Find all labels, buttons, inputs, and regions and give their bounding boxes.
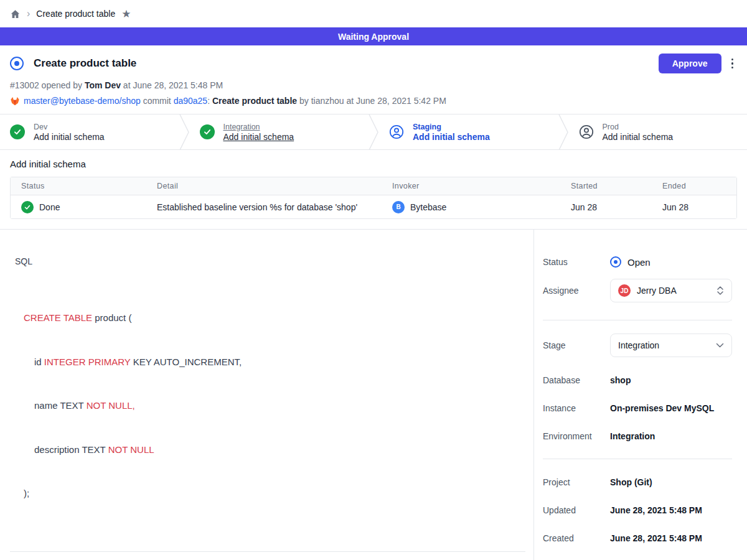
instance-value: On-premises Dev MySQL: [610, 403, 714, 413]
stage-task: Add initial schema: [413, 132, 490, 142]
stage-value: Integration: [618, 340, 710, 350]
stage-name: Dev: [34, 123, 105, 131]
sql-keyword: NOT NULL,: [87, 400, 135, 411]
status-label: Status: [543, 257, 610, 267]
database-value: shop: [610, 375, 631, 385]
sql-text: );: [24, 488, 29, 498]
commit-colon: :: [207, 96, 212, 106]
sql-label: SQL: [15, 256, 524, 266]
updated-value: June 28, 2021 5:48 PM: [610, 505, 702, 515]
stage-done-check-icon: [10, 124, 25, 139]
commit-word: commit: [141, 96, 174, 106]
breadcrumb: › Create product table ★: [0, 0, 747, 27]
issue-title: Create product table: [34, 57, 659, 70]
stage-pending-assignee-icon: [579, 124, 594, 139]
created-label: Created: [543, 533, 610, 543]
assignee-label: Assignee: [543, 286, 610, 296]
status-value: Open: [627, 257, 651, 268]
stage-name: Prod: [603, 123, 674, 131]
assignee-select[interactable]: JD Jerry DBA: [610, 279, 732, 302]
task-done-check-icon: [21, 201, 34, 213]
task-started: Jun 28: [571, 202, 662, 212]
invoker-avatar: B: [392, 201, 405, 213]
issue-meta-prefix: #13002 opened by: [10, 80, 85, 90]
task-invoker: Bytebase: [410, 202, 446, 212]
main-panel: SQL CREATE TABLE product ( id INTEGER PR…: [0, 230, 534, 560]
col-started: Started: [571, 182, 662, 190]
stage-prod[interactable]: Prod Add initial schema: [569, 114, 747, 149]
stage-label: Stage: [543, 340, 610, 350]
environment-label: Environment: [543, 431, 610, 441]
stage-separator: [368, 114, 379, 149]
commit-text: master@bytebase-demo/shop commit da90a25…: [24, 96, 446, 106]
col-detail: Detail: [157, 182, 392, 190]
created-value: June 28, 2021 5:48 PM: [610, 533, 702, 543]
sql-keyword: INTEGER PRIMARY: [44, 357, 131, 367]
sidebar-divider: [543, 320, 732, 320]
task-status: Done: [39, 202, 60, 212]
sql-text: product (: [92, 312, 131, 323]
description-divider: [10, 551, 525, 552]
waiting-approval-banner: Waiting Approval: [0, 27, 747, 45]
more-actions-kebab-icon[interactable]: [728, 56, 738, 72]
environment-value: Integration: [610, 431, 655, 441]
project-label: Project: [543, 477, 610, 487]
sql-text: id: [34, 357, 44, 367]
issue-meta-suffix: at June 28, 2021 5:48 PM: [121, 80, 223, 90]
branch-repo-link[interactable]: master@bytebase-demo/shop: [24, 96, 141, 106]
breadcrumb-chevron-icon: ›: [27, 9, 30, 19]
star-icon[interactable]: ★: [121, 9, 131, 19]
stage-separator: [558, 114, 569, 149]
stage-name: Staging: [413, 123, 490, 131]
stage-select[interactable]: Integration: [610, 334, 732, 357]
issue-author: Tom Dev: [85, 80, 121, 90]
stage-integration[interactable]: Integration Add initial schema: [190, 114, 369, 149]
issue-header: Create product table Approve #13002 open…: [0, 45, 747, 114]
stage-pending-assignee-icon: [389, 124, 404, 139]
stage-name: Integration: [223, 123, 294, 131]
chevron-down-icon: [716, 343, 724, 348]
col-invoker: Invoker: [392, 182, 571, 190]
breadcrumb-title: Create product table: [36, 9, 115, 19]
commit-suffix: by tianzhou at June 28, 2021 5:42 PM: [297, 96, 446, 106]
issue-meta: #13002 opened by Tom Dev at June 28, 202…: [10, 80, 737, 90]
sql-keyword: CREATE TABLE: [24, 312, 92, 323]
task-ended: Jun 28: [662, 202, 736, 212]
sql-text: KEY AUTO_INCREMENT,: [130, 357, 242, 367]
updated-label: Updated: [543, 505, 610, 515]
task-heading: Add initial schema: [10, 159, 737, 169]
status-open-icon: [610, 256, 621, 268]
sql-text: name TEXT: [34, 400, 87, 411]
stage-separator: [179, 114, 190, 149]
updown-chevron-icon: [716, 286, 724, 296]
stage-task: Add initial schema: [223, 132, 294, 142]
table-row[interactable]: Done Established baseline version %s for…: [11, 195, 736, 218]
col-ended: Ended: [662, 182, 736, 190]
col-status: Status: [11, 182, 157, 190]
issue-open-status-icon: [10, 57, 24, 70]
sql-text: description TEXT: [34, 444, 108, 455]
task-table: Status Detail Invoker Started Ended Done…: [10, 177, 737, 219]
commit-hash-link[interactable]: da90a25: [174, 96, 208, 106]
stage-done-check-icon: [200, 124, 215, 139]
instance-label: Instance: [543, 403, 610, 413]
stage-staging[interactable]: Staging Add initial schema: [379, 114, 558, 149]
assignee-value: Jerry DBA: [637, 286, 710, 296]
stage-task: Add initial schema: [34, 132, 105, 142]
issue-sidebar: Status Open Assignee JD Jerry DBA Stage …: [534, 230, 747, 560]
sql-keyword: NOT NULL: [108, 444, 154, 455]
commit-line: master@bytebase-demo/shop commit da90a25…: [10, 96, 737, 106]
database-label: Database: [543, 375, 610, 385]
approve-button[interactable]: Approve: [659, 54, 721, 73]
gitlab-icon: [10, 96, 20, 106]
home-icon[interactable]: [10, 9, 21, 19]
task-table-header: Status Detail Invoker Started Ended: [11, 177, 736, 195]
commit-message: Create product table: [212, 96, 297, 106]
project-value: Shop (Git): [610, 477, 652, 487]
stage-dev[interactable]: Dev Add initial schema: [0, 114, 179, 149]
task-detail: Established baseline version %s for data…: [157, 202, 392, 212]
assignee-avatar: JD: [618, 284, 631, 297]
task-section: Add initial schema Status Detail Invoker…: [0, 150, 747, 229]
sql-code-block: CREATE TABLE product ( id INTEGER PRIMAR…: [15, 281, 524, 530]
sidebar-divider: [543, 459, 732, 459]
